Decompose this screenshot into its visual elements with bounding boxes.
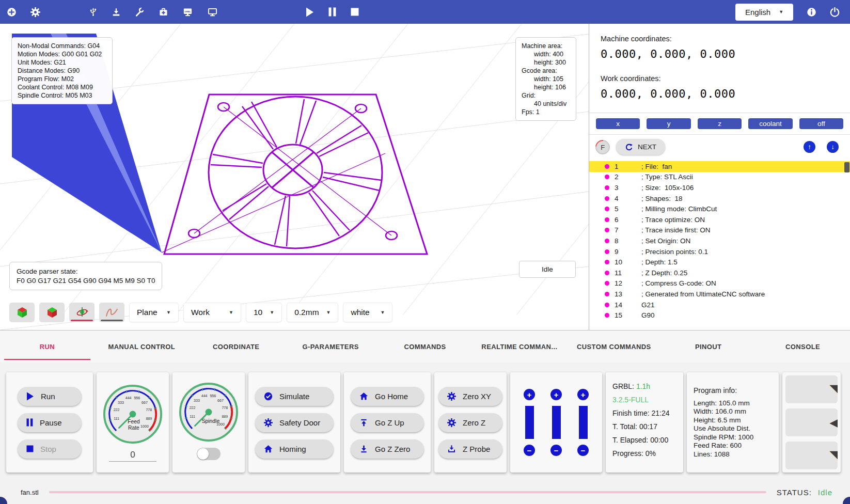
gcode-line[interactable]: 14 G21	[589, 300, 850, 310]
grid-size-select[interactable]: 10 ▼	[246, 303, 282, 322]
tab[interactable]: REALTIME COMMAN...	[472, 330, 566, 363]
gcode-line[interactable]: 6 ; Trace optimize: ON	[589, 214, 850, 225]
axis-button[interactable]: coolant	[748, 118, 792, 129]
diagnostics-button[interactable]	[159, 7, 168, 17]
z-probe-button[interactable]: Z Probe	[438, 439, 502, 459]
tab[interactable]: COORDINATE	[189, 330, 284, 363]
parser-modes-box: Non-Modal Commands: G04Motion Modes: G00…	[11, 37, 113, 104]
gcode-line[interactable]: 4 ; Shapes: 18	[589, 193, 850, 204]
gcode-line[interactable]: 15 G90	[589, 310, 850, 321]
tab[interactable]: COMMANDS	[378, 330, 473, 363]
coords-mode-select[interactable]: Work ▼	[183, 303, 241, 322]
power-button[interactable]	[830, 7, 840, 17]
play-icon	[306, 7, 314, 17]
rotate-view-button[interactable]	[69, 303, 95, 322]
gcode-line[interactable]: 1 ; File: fan	[589, 161, 850, 172]
gcode-line[interactable]: 5 ; Milling mode: ClimbCut	[589, 203, 850, 214]
spindle-override-plus-button[interactable]: +	[577, 389, 589, 400]
spindle-toggle[interactable]	[197, 448, 221, 460]
tab[interactable]: RUN	[0, 330, 95, 363]
spindle-override-minus-button[interactable]: −	[577, 445, 589, 456]
tab[interactable]: CONSOLE	[755, 330, 850, 363]
top-view-button[interactable]	[39, 303, 65, 322]
homing-button[interactable]: Homing	[255, 439, 334, 459]
svg-text:778: 778	[222, 406, 228, 410]
about-button[interactable]	[807, 7, 816, 17]
axis-button[interactable]: off	[799, 118, 843, 129]
next-line-button[interactable]: NEXT	[616, 139, 665, 155]
gcode-line[interactable]: 8 ; Set Origin: ON	[589, 235, 850, 246]
iso-view-button[interactable]	[9, 303, 35, 322]
toolpath-drawing	[162, 94, 427, 254]
stop-button[interactable]	[351, 8, 359, 16]
coordinates-section: Machine coordinates: 0.000, 0.000, 0.000…	[589, 24, 850, 113]
grbl-monitor-button[interactable]: GRBL	[182, 7, 193, 17]
scroll-down-button[interactable]: ↓	[827, 141, 839, 153]
scroll-up-button[interactable]: ↑	[804, 141, 815, 153]
tab[interactable]: MANUAL CONTROL	[95, 330, 189, 363]
rapid-override-plus-button[interactable]: +	[550, 389, 562, 400]
simulate-button[interactable]: Simulate	[255, 387, 334, 406]
precision-select[interactable]: 0.2mm ▼	[287, 303, 338, 322]
zero-xy-button[interactable]: Zero XY	[438, 387, 502, 406]
background-color-select[interactable]: white ▼	[343, 303, 392, 322]
stop-run-button[interactable]: Stop	[18, 439, 82, 459]
nav-next-button[interactable]: ◥	[785, 442, 838, 469]
pause-button[interactable]	[328, 7, 336, 17]
file-control-row: F NEXT ↑ ↓	[589, 135, 850, 159]
go-z-zero-button[interactable]: Go Z Zero	[351, 439, 424, 459]
gcode-line[interactable]: 3 ; Size: 105x-106	[589, 182, 850, 193]
axis-button[interactable]: z	[698, 118, 742, 129]
svg-text:1000: 1000	[140, 424, 149, 428]
run-button[interactable]: Run	[18, 387, 82, 406]
settings-button[interactable]	[30, 7, 40, 17]
toolpath-trace-button[interactable]	[99, 303, 124, 322]
machine-state-box: Idle	[519, 261, 576, 278]
gcode-line[interactable]: 9 ; Precision points: 0.1	[589, 246, 850, 257]
zero-z-button[interactable]: Zero Z	[438, 413, 502, 432]
home-icon	[264, 445, 273, 453]
feed-rate-input[interactable]	[109, 450, 156, 462]
right-panel: Machine coordinates: 0.000, 0.000, 0.000…	[589, 24, 850, 330]
axis-button[interactable]: x	[596, 118, 640, 129]
plane-select[interactable]: Plane ▼	[129, 303, 179, 322]
add-connection-button[interactable]	[7, 7, 17, 17]
display-button[interactable]	[207, 7, 218, 17]
nav-back-button[interactable]: ◀	[785, 408, 838, 436]
go-home-button[interactable]: Go Home	[351, 387, 424, 406]
svg-text:GRBL: GRBL	[184, 10, 191, 12]
axis-button[interactable]: y	[647, 118, 690, 129]
tab[interactable]: PINOUT	[661, 330, 755, 363]
precision-value: 0.2mm	[294, 308, 319, 317]
tab[interactable]: CUSTOM COMMANDS	[566, 330, 661, 363]
feed-override-plus-button[interactable]: +	[524, 389, 535, 400]
tools-button[interactable]	[135, 7, 145, 17]
safety-door-button[interactable]: Safety Door	[255, 413, 334, 432]
pause-run-button[interactable]: Pause	[18, 413, 82, 432]
go-z-up-button[interactable]: Go Z Up	[351, 413, 424, 432]
gcode-line[interactable]: 11 ; Z Depth: 0.25	[589, 267, 850, 278]
line-dot-icon	[605, 228, 609, 232]
language-select[interactable]: English ▼	[735, 4, 793, 21]
feed-override-minus-button[interactable]: −	[524, 445, 535, 456]
status-label: STATUS:	[777, 488, 812, 497]
spindle-override-column: + −	[577, 389, 589, 456]
corner-triangle-icon: ◥	[829, 381, 838, 398]
gcode-line[interactable]: 7 ; Trace inside first: ON	[589, 225, 850, 236]
load-file-button[interactable]	[112, 7, 121, 17]
chevron-down-icon: ▼	[166, 310, 171, 315]
rapid-override-minus-button[interactable]: −	[550, 445, 562, 456]
gcode-line[interactable]: 10 ; Depth: 1.5	[589, 257, 850, 267]
svg-text:444: 444	[125, 396, 132, 400]
gcode-line[interactable]: 2 ; Type: STL Ascii	[589, 172, 850, 183]
list-scrollbar[interactable]	[844, 162, 849, 172]
tab[interactable]: G-PARAMETERS	[284, 330, 378, 363]
machine-info-line: width: 105	[522, 75, 570, 83]
gcode-line[interactable]: 13 ; Generated from UltimateCNC software	[589, 289, 850, 300]
pause-label: Pause	[40, 418, 62, 427]
gear-icon	[447, 392, 456, 401]
connect-usb-button[interactable]	[89, 7, 98, 17]
gcode-line[interactable]: 12 ; Compress G-code: ON	[589, 278, 850, 289]
nav-forward-button[interactable]: ◥	[785, 375, 838, 403]
play-button[interactable]	[306, 7, 314, 17]
